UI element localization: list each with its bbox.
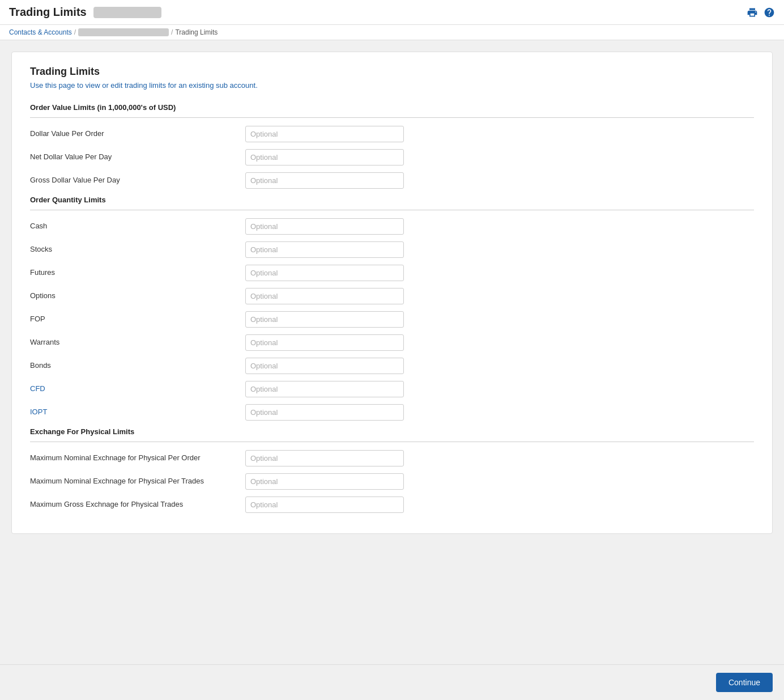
label-bonds: Bonds xyxy=(30,360,245,371)
field-max-nominal-per-order: Maximum Nominal Exchnage for Physical Pe… xyxy=(30,450,754,466)
input-options[interactable] xyxy=(245,288,404,304)
main-wrapper: Trading Limits Use this page to view or … xyxy=(0,40,784,545)
breadcrumb: Contacts & Accounts / / Trading Limits xyxy=(0,25,784,40)
input-gross-dollar-value-per-day[interactable] xyxy=(245,172,404,189)
input-cash[interactable] xyxy=(245,218,404,235)
input-max-gross-physical-trades[interactable] xyxy=(245,497,404,513)
label-iopt: IOPT xyxy=(30,407,245,417)
form-card: Trading Limits Use this page to view or … xyxy=(11,52,773,534)
breadcrumb-contacts-link[interactable]: Contacts & Accounts xyxy=(9,28,72,36)
input-dollar-value-per-order[interactable] xyxy=(245,126,404,142)
print-button[interactable] xyxy=(747,7,758,18)
section-order-quantity-divider xyxy=(30,210,754,210)
input-max-nominal-per-trades[interactable] xyxy=(245,473,404,490)
label-gross-dollar-value-per-day: Gross Dollar Value Per Day xyxy=(30,175,245,185)
field-dollar-value-per-order: Dollar Value Per Order xyxy=(30,126,754,142)
header-left: Trading Limits xyxy=(9,6,161,19)
label-max-nominal-per-trades: Maximum Nominal Exchnage for Physical Pe… xyxy=(30,476,245,486)
field-max-gross-physical-trades: Maximum Gross Exchnage for Physical Trad… xyxy=(30,497,754,513)
input-stocks[interactable] xyxy=(245,241,404,258)
input-net-dollar-value-per-day[interactable] xyxy=(245,149,404,166)
label-cash: Cash xyxy=(30,221,245,231)
label-dollar-value-per-order: Dollar Value Per Order xyxy=(30,129,245,139)
section-order-quantity-title: Order Quantity Limits xyxy=(30,196,754,207)
label-stocks: Stocks xyxy=(30,244,245,254)
label-net-dollar-value-per-day: Net Dollar Value Per Day xyxy=(30,152,245,162)
field-fop: FOP xyxy=(30,311,754,328)
field-iopt: IOPT xyxy=(30,404,754,421)
label-max-nominal-per-order: Maximum Nominal Exchnage for Physical Pe… xyxy=(30,453,245,463)
field-cash: Cash xyxy=(30,218,754,235)
breadcrumb-account-badge xyxy=(78,28,169,36)
section-order-value-divider xyxy=(30,117,754,118)
header-title: Trading Limits xyxy=(9,6,87,19)
label-futures: Futures xyxy=(30,268,245,278)
input-cfd[interactable] xyxy=(245,381,404,397)
breadcrumb-sep1: / xyxy=(74,28,76,36)
breadcrumb-current: Trading Limits xyxy=(175,28,218,36)
breadcrumb-sep2: / xyxy=(171,28,173,36)
page-subtitle: Use this page to view or edit trading li… xyxy=(30,81,754,90)
help-button[interactable] xyxy=(764,7,775,18)
field-max-nominal-per-trades: Maximum Nominal Exchnage for Physical Pe… xyxy=(30,473,754,490)
field-warrants: Warrants xyxy=(30,334,754,351)
input-max-nominal-per-order[interactable] xyxy=(245,450,404,466)
input-fop[interactable] xyxy=(245,311,404,328)
section-efp-title: Exchange For Physical Limits xyxy=(30,427,754,439)
field-stocks: Stocks xyxy=(30,241,754,258)
content-area: Trading Limits Use this page to view or … xyxy=(0,40,784,664)
input-warrants[interactable] xyxy=(245,334,404,351)
field-net-dollar-value-per-day: Net Dollar Value Per Day xyxy=(30,149,754,166)
input-futures[interactable] xyxy=(245,265,404,281)
header-right xyxy=(747,7,775,18)
label-fop: FOP xyxy=(30,314,245,324)
label-options: Options xyxy=(30,291,245,301)
footer-bar: Continue xyxy=(0,664,784,700)
input-iopt[interactable] xyxy=(245,404,404,421)
input-bonds[interactable] xyxy=(245,358,404,374)
account-badge xyxy=(93,7,161,18)
field-bonds: Bonds xyxy=(30,358,754,374)
label-max-gross-physical-trades: Maximum Gross Exchnage for Physical Trad… xyxy=(30,499,245,510)
page-title: Trading Limits xyxy=(30,66,754,78)
top-header: Trading Limits xyxy=(0,0,784,25)
section-efp-divider xyxy=(30,442,754,442)
section-order-value-title: Order Value Limits (in 1,000,000's of US… xyxy=(30,103,754,115)
field-cfd: CFD xyxy=(30,381,754,397)
field-futures: Futures xyxy=(30,265,754,281)
field-gross-dollar-value-per-day: Gross Dollar Value Per Day xyxy=(30,172,754,189)
label-cfd: CFD xyxy=(30,384,245,394)
continue-button[interactable]: Continue xyxy=(716,673,773,692)
label-warrants: Warrants xyxy=(30,337,245,347)
field-options: Options xyxy=(30,288,754,304)
